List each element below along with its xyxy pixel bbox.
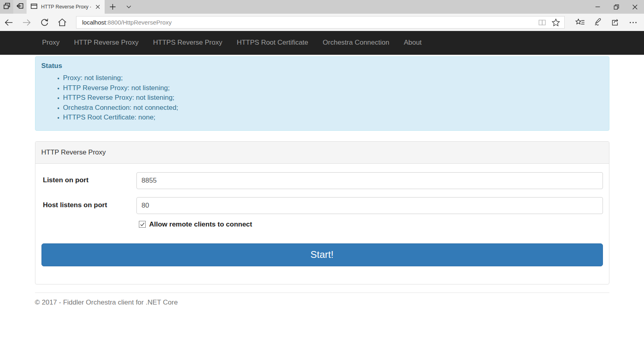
panel-body: Listen on port Host listens on port Allo… bbox=[35, 164, 609, 284]
nav-item-http-reverse-proxy[interactable]: HTTP Reverse Proxy bbox=[67, 31, 146, 54]
home-icon bbox=[57, 17, 67, 27]
tab-preview-icon bbox=[2, 2, 11, 12]
nav-item-proxy[interactable]: Proxy bbox=[35, 31, 67, 54]
set-tabs-aside-icon bbox=[16, 2, 25, 12]
share-button[interactable] bbox=[607, 14, 624, 31]
minimize-button[interactable] bbox=[588, 0, 607, 14]
checkmark-icon bbox=[140, 222, 145, 227]
nav-item-https-root-certificate[interactable]: HTTPS Root Certificate bbox=[229, 31, 316, 54]
chevron-down-icon bbox=[126, 4, 132, 10]
browser-tab[interactable]: HTTP Reverse Proxy - Fi bbox=[27, 0, 105, 14]
status-list: Proxy: not listening; HTTP Reverse Proxy… bbox=[41, 73, 603, 123]
more-icon bbox=[628, 18, 638, 27]
listen-port-input[interactable] bbox=[136, 172, 603, 189]
share-icon bbox=[611, 17, 621, 27]
nav-item-orchestra-connection[interactable]: Orchestra Connection bbox=[316, 31, 396, 54]
forward-icon bbox=[21, 17, 32, 28]
start-button[interactable]: Start! bbox=[41, 243, 603, 266]
close-window-button[interactable] bbox=[625, 0, 644, 14]
url-input[interactable]: localhost:8800/HttpReverseProxy bbox=[76, 16, 565, 29]
footer-copyright: © 2017 - Fiddler Orchestra client for .N… bbox=[35, 299, 609, 307]
page-icon bbox=[30, 2, 38, 11]
nav-item-about[interactable]: About bbox=[396, 31, 429, 54]
http-reverse-proxy-panel: HTTP Reverse Proxy Listen on port Host l… bbox=[35, 141, 609, 284]
status-item-orchestra-connection: Orchestra Connection: not connected; bbox=[63, 103, 603, 113]
allow-remote-checkbox[interactable] bbox=[139, 221, 146, 228]
new-tab-button[interactable] bbox=[105, 0, 121, 14]
status-alert: Status Proxy: not listening; HTTP Revers… bbox=[35, 56, 609, 131]
url-host: localhost bbox=[82, 19, 106, 26]
site-navbar: Proxy HTTP Reverse Proxy HTTPS Reverse P… bbox=[0, 31, 644, 55]
status-item-http-reverse-proxy: HTTP Reverse Proxy: not listening; bbox=[63, 83, 603, 93]
url-path: :8800/HttpReverseProxy bbox=[106, 19, 171, 26]
set-tabs-aside-button[interactable] bbox=[13, 0, 27, 14]
tab-preview-button[interactable] bbox=[0, 0, 13, 14]
plus-icon bbox=[109, 4, 116, 10]
forward-button[interactable] bbox=[18, 14, 35, 31]
hub-button[interactable] bbox=[571, 14, 589, 31]
hub-favorites-icon bbox=[575, 17, 585, 27]
tab-list-button[interactable] bbox=[121, 0, 137, 14]
host-port-label: Host listens on port bbox=[41, 197, 136, 214]
minimize-icon bbox=[595, 4, 600, 9]
book-icon bbox=[538, 18, 547, 27]
reading-view-button bbox=[535, 18, 549, 27]
settings-more-button[interactable] bbox=[624, 14, 642, 31]
web-note-button[interactable] bbox=[589, 14, 607, 31]
refresh-icon bbox=[39, 17, 50, 27]
restore-button[interactable] bbox=[607, 0, 625, 14]
status-item-proxy: Proxy: not listening; bbox=[63, 73, 603, 83]
allow-remote-label[interactable]: Allow remote clients to connect bbox=[149, 220, 252, 229]
home-button[interactable] bbox=[53, 14, 71, 31]
browser-titlebar: HTTP Reverse Proxy - Fi bbox=[0, 0, 644, 14]
refresh-button[interactable] bbox=[35, 14, 53, 31]
back-icon bbox=[4, 17, 14, 28]
listen-port-label: Listen on port bbox=[41, 172, 136, 189]
allow-remote-row: Allow remote clients to connect bbox=[139, 220, 603, 229]
browser-addressbar: localhost:8800/HttpReverseProxy bbox=[0, 14, 644, 31]
host-port-input[interactable] bbox=[136, 197, 603, 214]
nav-item-https-reverse-proxy[interactable]: HTTPS Reverse Proxy bbox=[146, 31, 229, 54]
status-item-https-reverse-proxy: HTTPS Reverse Proxy: not listening; bbox=[63, 93, 603, 103]
star-icon bbox=[551, 18, 560, 27]
status-item-https-root-certificate: HTTPS Root Certificate: none; bbox=[63, 113, 603, 123]
favorite-star-button[interactable] bbox=[549, 18, 563, 27]
back-button[interactable] bbox=[0, 14, 18, 31]
panel-title: HTTP Reverse Proxy bbox=[35, 142, 609, 164]
tab-title: HTTP Reverse Proxy - Fi bbox=[41, 4, 91, 10]
close-icon bbox=[95, 4, 100, 9]
close-icon bbox=[632, 4, 638, 10]
page-viewport: Proxy HTTP Reverse Proxy HTTPS Reverse P… bbox=[0, 31, 644, 346]
tab-close-button[interactable] bbox=[94, 3, 101, 10]
footer-divider bbox=[35, 292, 609, 293]
status-title: Status bbox=[41, 62, 603, 70]
restore-icon bbox=[614, 4, 619, 10]
pen-icon bbox=[593, 17, 603, 27]
